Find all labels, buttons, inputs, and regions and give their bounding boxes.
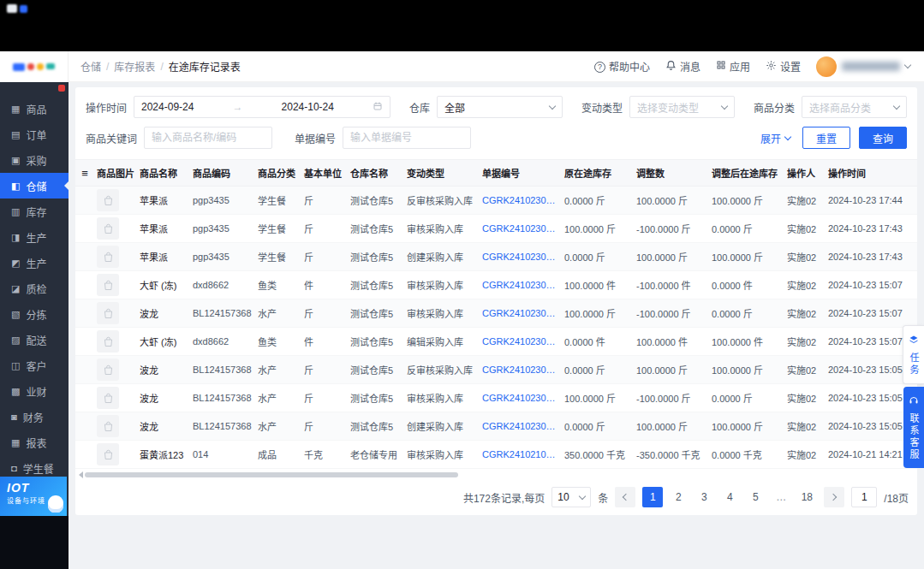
header-action-messages[interactable]: 消息: [665, 59, 700, 74]
column-header[interactable]: 原在途库存: [562, 166, 634, 180]
sidebar-item-delivery[interactable]: ▨配送: [0, 327, 69, 353]
finance-icon: ◙: [11, 412, 17, 422]
table-row[interactable]: 波龙BL124157368水产斤测试仓库5审核采购入库CGRK241023000…: [75, 299, 917, 328]
sidebar-item-finance[interactable]: ◙财务: [0, 404, 69, 430]
sidebar-item-inventory[interactable]: ▥库存: [0, 199, 69, 224]
column-header[interactable]: 商品名称: [137, 166, 190, 180]
change-type-select[interactable]: 选择变动类型: [629, 96, 735, 118]
avatar[interactable]: [816, 56, 837, 77]
sidebar-item-purchase[interactable]: ▣采购: [0, 147, 69, 173]
breadcrumb-item[interactable]: 库存报表: [114, 59, 155, 74]
column-header[interactable]: 操作时间: [826, 166, 917, 180]
category-placeholder: 选择商品分类: [809, 100, 871, 115]
column-header[interactable]: 商品图片: [94, 166, 137, 180]
product-code: BL124157368: [190, 421, 255, 431]
reset-button[interactable]: 重置: [802, 127, 850, 149]
scroll-left-icon[interactable]: [79, 471, 83, 478]
doc-no-link[interactable]: CGRK24102300001: [480, 393, 562, 403]
horizontal-scrollbar[interactable]: [79, 471, 914, 479]
column-header[interactable]: 调整后在途库存: [709, 166, 784, 180]
column-header[interactable]: 调整数: [634, 166, 709, 180]
page-button[interactable]: 3: [694, 487, 714, 507]
date-end-value[interactable]: 2024-10-24: [282, 101, 334, 113]
category-select[interactable]: 选择商品分类: [802, 96, 907, 118]
doc-no-link[interactable]: CGRK24102300001: [480, 365, 562, 375]
tasks-widget[interactable]: 任务: [903, 325, 924, 384]
header-action-settings[interactable]: 设置: [766, 59, 801, 74]
column-header[interactable]: 仓库名称: [348, 166, 404, 180]
after-transit-qty: 0.0000 斤: [709, 306, 784, 320]
column-settings-icon[interactable]: ≡: [75, 167, 94, 180]
after-transit-qty: 100.0000 件: [709, 335, 784, 348]
delivery-icon: ▨: [11, 335, 20, 345]
table-row[interactable]: 波龙BL124157368水产斤测试仓库5创建采购入库CGRK241023000…: [75, 412, 917, 441]
column-header[interactable]: 单据编号: [480, 166, 562, 180]
table-row[interactable]: 大虾 (冻)dxd8662鱼类件测试仓库5审核采购入库CGRK241023000…: [75, 271, 917, 299]
page-button[interactable]: 5: [745, 487, 766, 507]
scrollbar-thumb[interactable]: [85, 472, 458, 477]
warehouse-select[interactable]: 全部: [437, 96, 563, 118]
production2-icon: ◩: [11, 258, 20, 268]
notification-badge: [58, 85, 65, 92]
sidebar-item-quality[interactable]: ◪质检: [0, 276, 69, 301]
page-button[interactable]: 18: [796, 487, 817, 507]
doc-no-link[interactable]: CGRK24102300002: [480, 223, 562, 234]
table-row[interactable]: 蛋黄派123014成品千克老仓储专用审核采购入库CGRK241021000023…: [75, 441, 917, 469]
doc-no-link[interactable]: CGRK24102300001: [480, 280, 562, 290]
table-row[interactable]: 苹果派pgp3435学生餐斤测试仓库5审核采购入库CGRK24102300002…: [75, 215, 917, 243]
header-action-help-center[interactable]: ?帮助中心: [594, 59, 650, 74]
change-type: 审核采购入库: [404, 222, 480, 235]
column-header[interactable]: 基本单位: [301, 166, 348, 180]
column-header[interactable]: 商品分类: [255, 166, 301, 180]
doc-no-link[interactable]: CGRK24102300002: [480, 195, 562, 205]
table-row[interactable]: 苹果派pgp3435学生餐斤测试仓库5反审核采购入库CGRK2410230000…: [75, 187, 917, 215]
sidebar-item-goods[interactable]: ▦商品: [0, 96, 69, 122]
sidebar-item-warehouse[interactable]: ◧仓储: [0, 173, 69, 199]
sidebar-item-production-1[interactable]: ◨生产: [0, 224, 69, 250]
expand-toggle[interactable]: 展开: [760, 131, 790, 145]
prev-page-button[interactable]: [615, 487, 635, 507]
adjust-qty: 100.0000 斤: [634, 193, 709, 207]
page-jump-input[interactable]: [851, 487, 877, 507]
doc-no-link[interactable]: CGRK24102300001: [480, 308, 562, 318]
sidebar-item-biz-finance[interactable]: ▩业财: [0, 378, 69, 404]
table-row[interactable]: 波龙BL124157368水产斤测试仓库5反审核采购入库CGRK24102300…: [75, 356, 917, 384]
date-range-picker[interactable]: 2024-09-24 → 2024-10-24: [134, 96, 390, 118]
doc-no-input[interactable]: [343, 127, 471, 149]
sidebar-item-label: 配送: [26, 333, 46, 347]
user-menu[interactable]: [816, 56, 910, 77]
table-row[interactable]: 大虾 (冻)dxd8662鱼类件测试仓库5编辑采购入库CGRK241023000…: [75, 328, 917, 356]
doc-no-link[interactable]: CGRK24102300001: [480, 336, 562, 347]
date-start-value[interactable]: 2024-09-24: [141, 101, 194, 113]
headset-icon: [909, 394, 919, 409]
page-size-select[interactable]: 10: [551, 487, 591, 507]
sidebar-item-production-2[interactable]: ◩生产: [0, 250, 69, 276]
contact-support-widget[interactable]: 联系客服: [903, 387, 924, 468]
change-type-placeholder: 选择变动类型: [637, 100, 699, 115]
next-page-button[interactable]: [824, 487, 844, 507]
page-button[interactable]: 4: [719, 487, 740, 507]
column-header[interactable]: 变动类型: [404, 166, 480, 180]
record-count: 共172条记录,每页: [463, 490, 545, 505]
doc-no-link[interactable]: CGRK24102300001: [480, 421, 562, 431]
sidebar-item-customer[interactable]: ◫客户: [0, 353, 69, 378]
support-label: 联系客服: [907, 413, 921, 461]
adjust-qty: -100.0000 斤: [634, 391, 709, 405]
sidebar-item-orders[interactable]: ▤订单: [0, 122, 69, 147]
product-code: pgp3435: [190, 252, 255, 262]
table-row[interactable]: 苹果派pgp3435学生餐斤测试仓库5创建采购入库CGRK24102300002…: [75, 243, 917, 271]
sidebar-item-sorting[interactable]: ▧分拣: [0, 301, 69, 327]
column-header[interactable]: 操作人: [784, 166, 826, 180]
breadcrumb-item[interactable]: 仓储: [80, 59, 101, 74]
page-button[interactable]: 1: [642, 487, 663, 507]
keyword-input[interactable]: [144, 127, 272, 149]
adjust-qty: 100.0000 斤: [634, 363, 709, 376]
search-button[interactable]: 查询: [859, 127, 907, 149]
page-button[interactable]: 2: [668, 487, 689, 507]
column-header[interactable]: 商品编码: [190, 166, 255, 180]
sidebar-item-reports[interactable]: ▦报表: [0, 430, 69, 455]
doc-no-link[interactable]: CGRK24102300002: [480, 252, 562, 262]
header-action-apps[interactable]: 应用: [716, 59, 750, 74]
table-row[interactable]: 波龙BL124157368水产斤测试仓库5审核采购入库CGRK241023000…: [75, 384, 917, 412]
doc-no-link[interactable]: CGRK24102100002: [480, 449, 562, 459]
